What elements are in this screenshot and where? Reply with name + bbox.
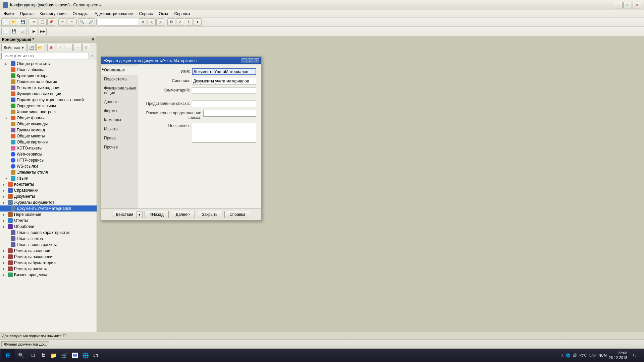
tree-item-settings-storage[interactable]: Хранилища настроек [0,109,97,115]
menu-file[interactable]: Файл [1,11,17,17]
tb-new[interactable]: 📄 [1,18,9,26]
sidebar-action-btn[interactable]: Действия ▼ [1,44,27,51]
tree-item-web-services[interactable]: Web-сервисы [0,151,97,157]
sidebar-refresh[interactable]: 🔄 [28,44,36,51]
sidebar-search-input[interactable] [1,53,89,59]
tree-item-reports[interactable]: ▾ Отчеты [0,218,97,224]
tree-item-processors[interactable]: ▾ Обработки [0,224,97,230]
synonym-input[interactable] [192,78,256,84]
tb2-btn5[interactable]: ▶▶ [39,28,47,35]
modal-close[interactable]: ✕ [254,58,259,63]
tb-more[interactable]: ▾ [194,18,202,26]
tb2-btn4[interactable]: ▶ [30,28,38,35]
tree-item-defined-types[interactable]: Определяемые типы [0,103,97,109]
sidebar-filter[interactable]: ▽ [82,44,90,51]
tree-item-common-commands[interactable]: Общие команды [0,121,97,127]
tree-item-subscriptions[interactable]: Подписки на события [0,79,97,85]
tb-clear[interactable]: ✕ [139,18,147,26]
tree-item-common-pictures[interactable]: Общие картинки [0,139,97,145]
tree-item-functional-options[interactable]: Функциональные опции [0,91,97,97]
ext-list-repr-input[interactable] [203,110,256,117]
tree-item-http-services[interactable]: HTTP-сервисы [0,157,97,163]
tb-nav1[interactable]: ◁ [148,18,156,26]
tree-item-calc-types-plan[interactable]: Планы видов расчета [0,242,97,248]
explanation-textarea[interactable] [192,123,256,143]
tb-paste[interactable]: 📌 [47,18,55,26]
win-tb-chrome[interactable]: 🌐 [80,349,91,361]
tree-item-common-templates[interactable]: Общие макеты [0,133,97,139]
sidebar-open[interactable]: 📂 [36,44,44,51]
maximize-button[interactable]: □ [623,2,632,8]
tree-item-exchange-plans[interactable]: Планы обмена [0,67,97,73]
tb-check[interactable]: ✓ [176,18,184,26]
tree-item-constants[interactable]: ▾ Константы [0,181,97,187]
win-tb-explorer[interactable]: 📁 [48,349,59,361]
tree-item-selection-criteria[interactable]: Критерии отбора [0,73,97,79]
tree-item-calc-registers[interactable]: ▾ Регистры расчета [0,266,97,272]
close-button[interactable]: ✕ [633,2,641,8]
back-button[interactable]: <Назад [145,211,168,218]
tab-templates[interactable]: Макеты [101,125,138,134]
win-clock[interactable]: 22:08 26.12.2018 [609,351,627,360]
tb-cut[interactable]: ✂ [30,18,38,26]
sidebar-delete[interactable]: 🗑 [47,44,55,51]
sidebar-close[interactable]: ✕ [91,37,95,42]
tab-data[interactable]: Данные [101,98,138,107]
actions-arrow[interactable]: ▾ [137,211,143,218]
tb-nav2[interactable]: ▷ [156,18,164,26]
win-tb-store[interactable]: 🛒 [59,349,70,361]
tree-item-doc-materials[interactable]: ДокументыУчетаМатериалов [0,205,97,212]
tb-info[interactable]: ℹ [185,18,193,26]
menu-edit[interactable]: Правка [17,11,37,17]
win-taskview-button[interactable]: ❑ [27,349,39,361]
tab-forms[interactable]: Формы [101,107,138,116]
win-start-button[interactable]: ⊞ [1,349,15,361]
tb-redo[interactable]: ↷ [67,18,75,26]
win-notification-button[interactable]: 🗨 [629,349,640,361]
name-input[interactable] [192,68,256,75]
tb-save[interactable]: 💾 [19,18,27,26]
menu-config[interactable]: Конфигурация [37,11,69,17]
tree-item-scheduled-jobs[interactable]: Регламентные задания [0,85,97,91]
tb-settings[interactable]: ⚙ [167,18,175,26]
next-button[interactable]: Далее> [171,211,195,218]
tree-item-doc-journals[interactable]: ▾ Журналы документов [0,199,97,205]
sidebar-up[interactable]: ↑ [56,44,64,51]
tb-search[interactable]: 🔍 [78,18,86,26]
tree-item-accounting-registers[interactable]: ▾ Регистры бухгалтерии [0,260,97,266]
modal-minimize[interactable]: ─ [241,58,247,63]
tab-rights[interactable]: Права [101,134,138,143]
tree-item-common-requisites[interactable]: ▸ Общие реквизиты [0,61,97,67]
taskbar-doc-journals[interactable]: Журнал документов До... [1,341,49,347]
systray-lang[interactable]: РУС [579,353,587,357]
tree-item-business-processes[interactable]: ▾ Бизнес-процессы [0,272,97,278]
tree-item-enumerations[interactable]: ▾ Перечисления [0,212,97,218]
list-repr-input[interactable] [192,101,256,107]
tab-commands[interactable]: Команды [101,116,138,125]
tb2-btn3[interactable]: 📊 [19,28,27,35]
tab-functional-options[interactable]: Функциональные опции [101,84,138,98]
tree-item-ws-links[interactable]: WS-ссылки [0,163,97,169]
minimize-button[interactable]: ─ [614,2,623,8]
win-tb-app-1c[interactable]: 🖥 [39,349,48,361]
tb-undo[interactable]: ↶ [58,18,66,26]
tree-item-accounts-plan[interactable]: Планы счетов [0,236,97,242]
modal-maximize[interactable]: □ [248,58,253,63]
win-search-button[interactable]: 🔍 [15,349,27,361]
tb-open[interactable]: 📂 [10,18,18,26]
menu-admin[interactable]: Администрирование [92,11,136,17]
tab-other[interactable]: Прочее [101,143,138,152]
tb-search2[interactable]: 🔎 [87,18,95,26]
sidebar-search-close[interactable]: ✕ [90,53,95,59]
tb-search-input[interactable] [98,19,138,25]
systray-up-arrow[interactable]: ∧ [561,353,564,358]
tree-item-common-forms[interactable]: ▾ Общие формы [0,115,97,121]
help-button[interactable]: Справка [224,211,250,218]
menu-help[interactable]: Справка [171,11,193,17]
tree-item-documents[interactable]: ▾ Документы [0,193,97,199]
menu-debug[interactable]: Отладка [70,11,91,17]
tree-item-char-plan[interactable]: Планы видов характеристик [0,230,97,236]
tree-item-info-registers[interactable]: ▾ Регистры сведений [0,248,97,254]
tb2-btn2[interactable]: 💾 [10,28,18,35]
tree-item-catalogs[interactable]: ▾ Справочники [0,187,97,193]
